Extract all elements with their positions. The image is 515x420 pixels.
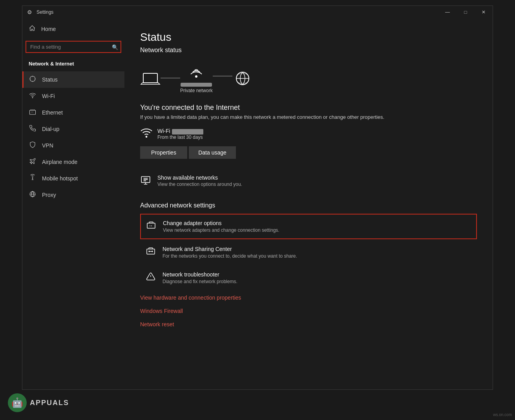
- show-networks-row[interactable]: Show available networks View the connect…: [140, 170, 477, 193]
- appuals-mascot: 🤖: [8, 393, 27, 412]
- sidebar-item-airplane[interactable]: Airplane mode: [22, 154, 124, 170]
- sharing-center-text: Network and Sharing Center For the netwo…: [163, 246, 297, 259]
- adapter-icon: [146, 220, 157, 232]
- search-icon: 🔍: [112, 44, 118, 50]
- properties-button[interactable]: Properties: [140, 146, 187, 159]
- wifi-router-device: Private network: [180, 65, 213, 93]
- close-button[interactable]: ✕: [475, 6, 493, 18]
- watermark: ws.on.com: [493, 413, 512, 417]
- sidebar-item-dialup[interactable]: Dial-up: [22, 121, 124, 137]
- wifi-details: Wi-Fi From the last 30 days: [157, 128, 205, 140]
- network-diagram: Private network: [140, 62, 477, 97]
- proxy-icon: [29, 191, 37, 199]
- sidebar-item-status-label: Status: [42, 76, 58, 83]
- sidebar-section-title: Network & Internet: [22, 58, 124, 71]
- svg-rect-5: [143, 73, 157, 83]
- show-networks-title: Show available networks: [157, 175, 242, 181]
- wifi-info-row: Wi-Fi From the last 30 days: [140, 126, 477, 142]
- sidebar-item-status[interactable]: Status: [22, 71, 124, 88]
- svg-point-0: [30, 76, 35, 82]
- laptop-icon: [140, 71, 161, 88]
- sharing-center-row[interactable]: Network and Sharing Center For the netwo…: [140, 240, 477, 265]
- wifi-signal-icon: [140, 126, 153, 142]
- title-bar-text: Settings: [37, 9, 53, 15]
- home-label: Home: [41, 26, 56, 32]
- sharing-center-sub: For the networks you connect to, decide …: [163, 253, 297, 259]
- link-firewall-text: Windows Firewall: [140, 308, 183, 314]
- svg-point-3: [32, 178, 33, 178]
- svg-rect-2: [30, 110, 36, 115]
- sidebar-item-vpn[interactable]: VPN: [22, 137, 124, 154]
- sidebar-item-dialup-label: Dial-up: [42, 126, 59, 132]
- sidebar-item-vpn-label: VPN: [42, 142, 53, 149]
- page-title: Status: [140, 31, 477, 44]
- change-adapter-sub: View network adapters and change connect…: [163, 227, 279, 233]
- wifi-days: From the last 30 days: [157, 135, 205, 140]
- sidebar-item-airplane-label: Airplane mode: [42, 159, 77, 165]
- svg-point-12: [149, 251, 150, 252]
- change-adapter-text: Change adapter options View network adap…: [163, 220, 279, 233]
- link-hardware-text: View hardware and connection properties: [140, 295, 241, 301]
- minimize-button[interactable]: —: [438, 6, 457, 18]
- vpn-icon: [29, 141, 37, 150]
- connected-title: You're connected to the Internet: [140, 104, 477, 112]
- svg-point-6: [195, 75, 197, 78]
- hotspot-icon: [29, 174, 37, 183]
- search-input[interactable]: [26, 41, 121, 53]
- sidebar-item-proxy[interactable]: Proxy: [22, 187, 124, 203]
- sidebar-item-home[interactable]: Home: [22, 18, 124, 39]
- wifi-name: Wi-Fi: [157, 128, 205, 134]
- network-line-1: [161, 78, 180, 78]
- link-network-reset[interactable]: Network reset: [140, 318, 477, 331]
- advanced-settings-heading: Advanced network settings: [140, 202, 477, 209]
- globe-icon: [232, 71, 253, 88]
- troubleshooter-row[interactable]: Network troubleshooter Diagnose and fix …: [140, 265, 477, 290]
- dialup-icon: [29, 125, 37, 133]
- maximize-button[interactable]: □: [457, 6, 475, 18]
- network-status-label: Network status: [140, 47, 477, 54]
- main-area: Home 🔍 Network & Internet Status: [22, 18, 493, 389]
- internet-device: [232, 71, 253, 88]
- content-area: Status Network status: [124, 18, 493, 389]
- troubleshooter-icon: [145, 272, 156, 284]
- wifi-icon: [29, 92, 37, 100]
- laptop-device: [140, 71, 161, 88]
- troubleshooter-sub: Diagnose and fix network problems.: [163, 279, 237, 284]
- network-line-2: [213, 76, 232, 76]
- title-bar-left: ⚙ Settings: [27, 9, 53, 15]
- troubleshooter-text: Network troubleshooter Diagnose and fix …: [163, 271, 237, 284]
- sidebar-item-hotspot-label: Mobile hotspot: [42, 175, 78, 182]
- appuals-text: APPUALS: [30, 399, 69, 407]
- sharing-center-title: Network and Sharing Center: [163, 246, 297, 252]
- wifi-action-buttons: Properties Data usage: [140, 146, 477, 159]
- link-network-reset-text: Network reset: [140, 321, 174, 327]
- status-icon: [29, 75, 37, 84]
- networks-icon: [140, 175, 151, 188]
- sidebar: Home 🔍 Network & Internet Status: [22, 18, 124, 389]
- data-usage-button[interactable]: Data usage: [189, 146, 236, 159]
- home-icon: [29, 25, 36, 33]
- svg-point-13: [152, 251, 153, 252]
- title-bar: ⚙ Settings — □ ✕: [22, 6, 493, 18]
- link-hardware-properties[interactable]: View hardware and connection properties: [140, 291, 477, 304]
- change-adapter-row[interactable]: Change adapter options View network adap…: [140, 214, 477, 239]
- sidebar-item-wifi[interactable]: Wi-Fi: [22, 88, 124, 104]
- appuals-logo: 🤖 APPUALS: [8, 393, 69, 412]
- change-adapter-title: Change adapter options: [163, 220, 279, 226]
- sidebar-item-wifi-label: Wi-Fi: [42, 93, 55, 99]
- router-icon: [186, 65, 206, 82]
- link-firewall[interactable]: Windows Firewall: [140, 304, 477, 318]
- settings-app-icon: ⚙: [27, 9, 33, 15]
- connected-sub: If you have a limited data plan, you can…: [140, 114, 477, 120]
- ethernet-icon: [29, 108, 37, 117]
- sidebar-item-proxy-label: Proxy: [42, 192, 56, 198]
- wifi-large-svg: [140, 126, 153, 139]
- sidebar-search: 🔍: [26, 41, 121, 53]
- sidebar-item-ethernet[interactable]: Ethernet: [22, 104, 124, 121]
- network-name-blurred: [181, 83, 212, 87]
- show-networks-sub: View the connection options around you.: [157, 182, 242, 187]
- sidebar-item-hotspot[interactable]: Mobile hotspot: [22, 170, 124, 187]
- show-networks-text: Show available networks View the connect…: [157, 175, 242, 187]
- settings-window: ⚙ Settings — □ ✕ Home: [22, 5, 493, 390]
- svg-point-1: [32, 97, 33, 98]
